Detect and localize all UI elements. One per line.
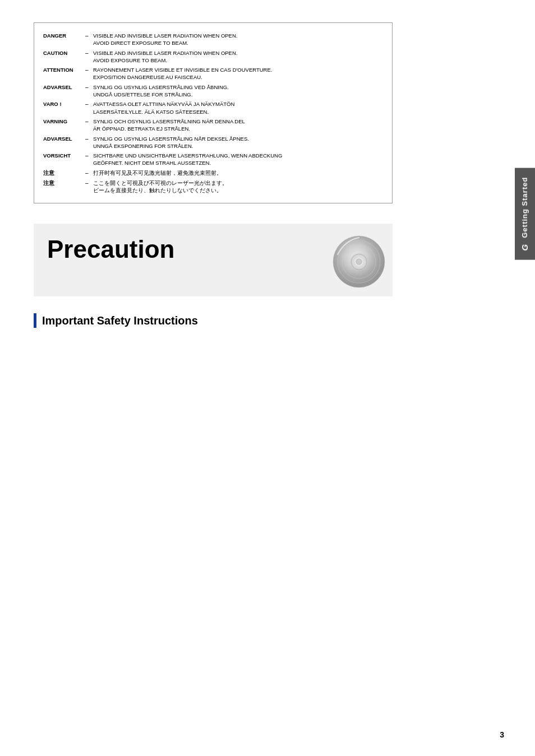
warning-row: VARNING–SYNLIG OCH OSYNLIG LASERSTRÅLNIN… (43, 117, 383, 134)
warning-dash: – (85, 168, 93, 178)
warning-box: DANGER–VISIBLE AND INVISIBLE LASER RADIA… (34, 22, 393, 203)
blue-accent-bar (34, 313, 36, 328)
warning-label: VARO ! (43, 99, 85, 117)
side-tab: G Getting Started (515, 168, 535, 260)
warning-dash: – (85, 65, 93, 82)
warning-row: DANGER–VISIBLE AND INVISIBLE LASER RADIA… (43, 31, 383, 48)
warning-text: SICHTBARE UND UNSICHTBARE LASERSTRAHLUNG… (93, 151, 383, 168)
warning-label: ADVARSEL (43, 134, 85, 151)
warning-dash: – (85, 99, 93, 117)
warning-text: SYNLIG OCH OSYNLIG LASERSTRÅLNING NÄR DE… (93, 117, 383, 134)
warning-row: ATTENTION–RAYONNEMENT LASER VISIBLE ET I… (43, 65, 383, 82)
warning-text: 打开时有可见及不可见激光辐射，避免激光束照射。 (93, 168, 383, 178)
warning-dash: – (85, 134, 93, 151)
side-tab-icon: G (520, 244, 530, 251)
warning-text: AVATTAESSA OLET ALTTIINA NÄKYVÄÄ JA NÄKY… (93, 99, 383, 117)
warning-dash: – (85, 178, 93, 196)
warning-row: VORSICHT–SICHTBARE UND UNSICHTBARE LASER… (43, 151, 383, 168)
warning-row: VARO !–AVATTAESSA OLET ALTTIINA NÄKYVÄÄ … (43, 99, 383, 117)
warning-label: CAUTION (43, 48, 85, 66)
page-content: DANGER–VISIBLE AND INVISIBLE LASER RADIA… (0, 0, 513, 361)
warning-dash: – (85, 151, 93, 168)
warning-text: RAYONNEMENT LASER VISIBLE ET INVISIBLE E… (93, 65, 383, 82)
warning-label: VARNING (43, 117, 85, 134)
warning-text: SYNLIG OG USYNLIG LASERSTRÅLING VED ÅBNI… (93, 82, 383, 100)
side-tab-label: Getting Started (521, 177, 529, 238)
warning-text: SYNLIG OG USYNLIG LASERSTRÅLING NÅR DEKS… (93, 134, 383, 151)
page-number: 3 (500, 730, 504, 739)
safety-section: Important Safety Instructions (34, 313, 393, 328)
warning-row: ADVARSEL–SYNLIG OG USYNLIG LASERSTRÅLING… (43, 82, 383, 100)
warning-label: 注意 (43, 178, 85, 196)
warning-label: 注意 (43, 168, 85, 178)
disc-svg (325, 229, 387, 291)
warning-row: CAUTION–VISIBLE AND INVISIBLE LASER RADI… (43, 48, 383, 66)
warning-text: ここを開くと可視及び不可視のレーザー光が出ます。ビームを直接見たり、触れたりしな… (93, 178, 383, 196)
warning-label: VORSICHT (43, 151, 85, 168)
warning-row: ADVARSEL–SYNLIG OG USYNLIG LASERSTRÅLING… (43, 134, 383, 151)
warning-label: ATTENTION (43, 65, 85, 82)
warning-dash: – (85, 117, 93, 134)
warning-label: DANGER (43, 31, 85, 48)
warning-dash: – (85, 82, 93, 100)
warning-table: DANGER–VISIBLE AND INVISIBLE LASER RADIA… (43, 31, 383, 195)
safety-title-text: Important Safety Instructions (42, 314, 198, 327)
warning-text: VISIBLE AND INVISIBLE LASER RADIATION WH… (93, 31, 383, 48)
warning-dash: – (85, 48, 93, 66)
precaution-section: Precaution (34, 224, 393, 296)
safety-title-container: Important Safety Instructions (34, 313, 393, 328)
warning-label: ADVARSEL (43, 82, 85, 100)
warning-row: 注意–打开时有可见及不可见激光辐射，避免激光束照射。 (43, 168, 383, 178)
warning-text: VISIBLE AND INVISIBLE LASER RADIATION WH… (93, 48, 383, 66)
warning-dash: – (85, 31, 93, 48)
warning-row: 注意–ここを開くと可視及び不可視のレーザー光が出ます。ビームを直接見たり、触れた… (43, 178, 383, 196)
disc-illustration (325, 229, 387, 291)
